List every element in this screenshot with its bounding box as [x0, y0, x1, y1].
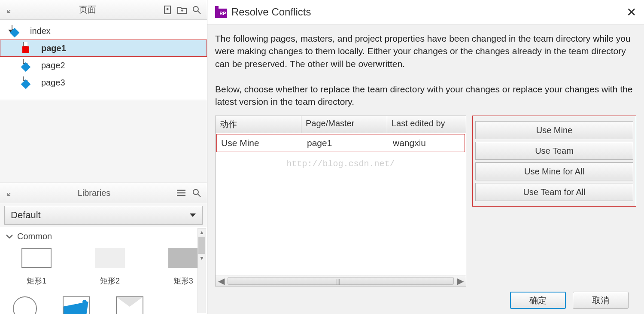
hamburger-menu-icon[interactable]	[175, 187, 187, 199]
scroll-track[interactable]: |||	[228, 277, 454, 285]
pages-panel-header: 页面	[0, 0, 207, 20]
libraries-body: ▲ ▼ Common 矩形1 矩形2	[0, 227, 207, 314]
app-root: 页面 index	[0, 0, 644, 314]
svg-line-2	[198, 11, 200, 14]
tree-item-page2[interactable]: page2	[0, 57, 207, 74]
scroll-left-icon[interactable]: ◀	[216, 276, 227, 286]
search-icon[interactable]	[191, 187, 203, 199]
tree-item-page3[interactable]: page3	[0, 74, 207, 91]
shape-image[interactable]	[63, 296, 90, 314]
pages-panel-title: 页面	[16, 4, 159, 15]
libraries-panel-header: Libraries	[0, 183, 207, 203]
chevron-down-icon	[6, 235, 13, 239]
scroll-up-icon[interactable]: ▲	[198, 229, 206, 236]
shape-label: 矩形3	[173, 277, 193, 285]
tree-root-label: index	[30, 26, 51, 36]
chevron-down-icon	[189, 213, 196, 217]
image-icon	[63, 296, 90, 314]
popout-icon[interactable]	[4, 4, 16, 16]
library-select[interactable]: Default	[4, 206, 203, 225]
rectangle-icon	[95, 248, 125, 268]
cancel-button[interactable]: 取消	[573, 292, 629, 309]
popout-icon[interactable]	[4, 187, 16, 199]
cell-editor: wangxiu	[389, 134, 465, 152]
tree-item-label: page3	[41, 78, 65, 88]
tree-item-label: page2	[41, 61, 65, 70]
shape-label: 矩形2	[100, 277, 120, 285]
table-body: Use Mine page1 wangxiu http://blog.csdn.…	[216, 133, 466, 275]
left-sidebar: 页面 index	[0, 0, 207, 314]
conflicts-table: 动作 Page/Master Last edited by Use Mine p…	[215, 116, 466, 287]
col-editor[interactable]: Last edited by	[387, 116, 466, 133]
svg-point-3	[193, 189, 198, 195]
dialog-description: The following pages, masters, and projec…	[215, 32, 636, 108]
ellipse-icon	[13, 296, 37, 314]
use-team-all-button[interactable]: Use Team for All	[475, 183, 633, 201]
svg-line-4	[198, 194, 200, 197]
rectangle-icon	[168, 248, 198, 268]
library-category-label: Common	[17, 232, 52, 241]
rectangle-icon	[21, 248, 52, 268]
dialog-title: Resolve Conflicts	[231, 6, 311, 18]
use-mine-all-button[interactable]: Use Mine for All	[475, 162, 633, 180]
library-category-row[interactable]: Common	[6, 232, 207, 241]
dialog-titlebar: RP Resolve Conflicts ✕	[207, 0, 644, 24]
vertical-scrollbar[interactable]: ▲ ▼	[197, 228, 206, 313]
add-folder-icon[interactable]	[176, 4, 188, 16]
add-page-icon[interactable]	[161, 4, 173, 16]
shapes-row: 矩形1 矩形2 矩形3	[6, 248, 207, 286]
col-action[interactable]: 动作	[216, 116, 301, 133]
horizontal-scrollbar[interactable]: ◀ ||| ▶	[216, 275, 466, 286]
page-icon	[26, 60, 36, 70]
resolve-conflicts-dialog: RP Resolve Conflicts ✕ The following pag…	[207, 0, 644, 314]
action-buttons-column: Use Mine Use Team Use Mine for All Use T…	[472, 116, 636, 207]
shape-label: 矩形1	[27, 277, 46, 285]
scroll-thumb[interactable]	[198, 237, 205, 254]
table-row[interactable]: Use Mine page1 wangxiu	[216, 134, 465, 152]
scroll-down-icon[interactable]: ▼	[198, 254, 206, 262]
cell-action: Use Mine	[217, 134, 303, 152]
libraries-panel-title: Libraries	[16, 188, 172, 198]
use-team-button[interactable]: Use Team	[475, 142, 633, 160]
dialog-footer: 确定 取消	[215, 287, 636, 314]
close-icon[interactable]: ✕	[626, 5, 636, 19]
tree-root-row[interactable]: index	[0, 22, 207, 40]
scroll-grip-icon: |||	[336, 278, 340, 285]
tree-item-label: page1	[41, 43, 66, 53]
table-header: 动作 Page/Master Last edited by	[216, 116, 466, 133]
shape-rect2[interactable]: 矩形2	[86, 248, 134, 286]
shape-ellipse[interactable]	[13, 296, 37, 314]
scroll-right-icon[interactable]: ▶	[455, 276, 466, 286]
app-icon: RP	[215, 6, 227, 18]
shape-envelope[interactable]	[116, 296, 143, 314]
page-icon	[15, 26, 25, 36]
tree-item-page1[interactable]: page1	[0, 40, 207, 57]
dialog-middle: 动作 Page/Master Last edited by Use Mine p…	[215, 116, 636, 287]
cell-page: page1	[303, 134, 389, 152]
library-select-value: Default	[11, 210, 41, 221]
envelope-icon	[116, 296, 143, 314]
dialog-body: The following pages, masters, and projec…	[207, 24, 644, 314]
page-icon	[26, 77, 36, 88]
shape-rect1[interactable]: 矩形1	[13, 248, 61, 286]
svg-point-1	[193, 6, 198, 12]
page-icon	[26, 43, 36, 53]
search-icon[interactable]	[191, 4, 203, 16]
use-mine-button[interactable]: Use Mine	[475, 121, 633, 139]
col-page[interactable]: Page/Master	[301, 116, 387, 133]
watermark-text: http://blog.csdn.net/	[286, 159, 395, 169]
shapes-row-2	[6, 296, 207, 314]
ok-button[interactable]: 确定	[510, 292, 566, 309]
pages-tree: index page1 page2	[0, 20, 207, 100]
